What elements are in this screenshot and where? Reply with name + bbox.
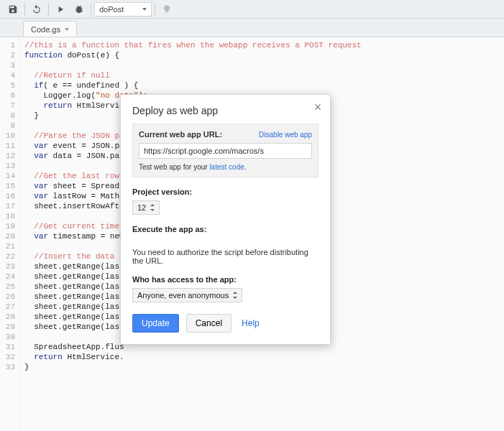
test-prefix: Test web app for your [139, 163, 209, 171]
execute-as-label: Execute the app as: [132, 225, 319, 233]
url-panel: Current web app URL: Disable web app Tes… [132, 124, 319, 177]
access-select[interactable]: Anyone, even anonymous [132, 288, 242, 302]
deploy-dialog: × Deploy as web app Current web app URL:… [120, 94, 331, 345]
version-select[interactable]: 12 [132, 200, 160, 215]
version-value: 12 [137, 203, 146, 212]
version-label: Project version: [132, 187, 319, 196]
dialog-title: Deploy as web app [132, 105, 319, 116]
access-label: Who has access to the app: [132, 275, 319, 284]
close-icon[interactable]: × [311, 101, 324, 113]
url-label: Current web app URL: [139, 130, 222, 139]
webapp-url-input[interactable] [139, 143, 312, 159]
access-value: Anyone, even anonymous [137, 291, 229, 300]
stepper-icon [233, 292, 237, 299]
authorize-text: You need to authorize the script before … [132, 248, 319, 265]
update-button[interactable]: Update [132, 314, 179, 333]
stepper-icon [150, 204, 155, 211]
disable-webapp-link[interactable]: Disable web app [259, 131, 312, 139]
help-link[interactable]: Help [242, 318, 260, 328]
cancel-button[interactable]: Cancel [186, 314, 232, 333]
test-dot: . [244, 163, 247, 171]
dialog-backdrop: × Deploy as web app Current web app URL:… [0, 0, 504, 431]
latest-code-link[interactable]: latest code [209, 163, 244, 171]
